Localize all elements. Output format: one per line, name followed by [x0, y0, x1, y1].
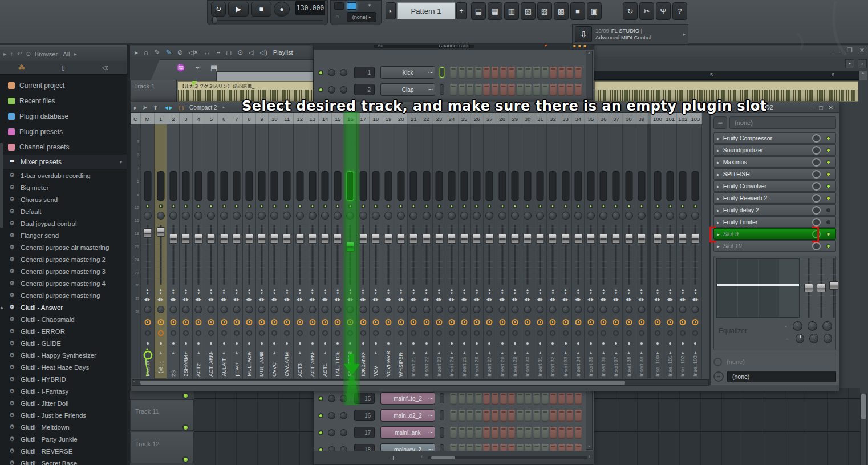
mixer-track-number[interactable]: 2 [167, 113, 180, 124]
phase-invert-icon[interactable]: ◀▶ [370, 297, 382, 302]
stereo-knob[interactable] [194, 212, 202, 220]
stereo-knob[interactable] [157, 212, 165, 220]
record-arm-dot[interactable] [412, 342, 415, 345]
pan-knob[interactable] [448, 306, 455, 313]
record-arm-dot[interactable] [172, 342, 175, 345]
swap-channels-icon[interactable]: ▲ ▼ [294, 288, 306, 295]
volume-fader[interactable] [384, 225, 392, 285]
add-channel-button[interactable]: + [391, 454, 396, 462]
mixer-strip-21[interactable]: Insert 21▲ ▼◀▶▲ [408, 124, 420, 378]
mixer-hscrollbar[interactable]: ‹ [132, 379, 709, 386]
step-cell[interactable] [459, 427, 465, 439]
plugin-slot-6[interactable]: ▶Fruity Reeverb 2 [713, 192, 836, 204]
pan-knob[interactable] [372, 306, 379, 313]
channel-mute-indicator[interactable] [440, 393, 444, 403]
mixer-detach-icon[interactable]: ➤ [142, 104, 148, 111]
route-arrow-icon[interactable]: ▲ [269, 350, 281, 355]
phase-invert-icon[interactable]: ◀▶ [534, 297, 546, 302]
route-arrow-icon[interactable]: ▲ [256, 350, 268, 355]
pan-knob[interactable] [638, 306, 645, 313]
mixer-track-number[interactable]: 5 [205, 113, 218, 124]
slice-tool-icon[interactable]: ⌁ [216, 48, 220, 56]
browser-scrollbar[interactable] [0, 143, 3, 228]
fader-cap[interactable] [308, 234, 317, 244]
step-cell[interactable] [517, 84, 524, 96]
send-knob-icon[interactable] [182, 319, 189, 325]
sidebar-item-channel-presets[interactable]: Channel presets [0, 139, 127, 155]
zoom-tool-icon[interactable]: ⊙ [237, 48, 243, 56]
mixer-track-number[interactable]: 14 [319, 113, 331, 124]
step-cell[interactable] [558, 67, 565, 79]
swap-channels-icon[interactable]: ▲ ▼ [344, 288, 356, 295]
fader-cap[interactable] [232, 234, 241, 244]
phase-invert-icon[interactable]: ◀▶ [471, 297, 483, 302]
channel-volume-knob[interactable] [340, 69, 347, 76]
strip-led[interactable] [145, 204, 149, 208]
volume-fader[interactable] [270, 225, 278, 285]
eq-knob-3[interactable] [822, 321, 832, 331]
strip-led[interactable] [374, 204, 378, 208]
eq-knob-1[interactable] [793, 321, 802, 331]
phase-invert-icon[interactable]: ◀▶ [294, 297, 306, 302]
step-cell[interactable] [467, 410, 473, 422]
route-arrow-icon[interactable]: ▲ [585, 350, 597, 355]
mixer-strip-27[interactable]: Insert 27▲ ▼◀▶▲ [484, 124, 496, 378]
channel-pan-knob[interactable] [328, 412, 335, 419]
phase-invert-icon[interactable]: ◀▶ [408, 297, 420, 302]
fader-cap[interactable] [384, 234, 392, 244]
step-cell[interactable] [525, 67, 532, 79]
send-knob-icon[interactable] [626, 319, 632, 325]
step-cell[interactable] [517, 67, 524, 79]
send-knob-icon[interactable] [360, 319, 366, 325]
mixer-track-number[interactable]: 31 [534, 113, 547, 124]
event-editor-window-button[interactable]: ▧ [521, 2, 536, 20]
menu-arrow-icon[interactable]: ▸ [135, 48, 138, 56]
stereo-knob[interactable] [460, 212, 468, 220]
phase-invert-icon[interactable]: ◀▶ [635, 297, 647, 302]
rack-hscroll-handle[interactable] [431, 456, 455, 459]
pan-knob[interactable] [334, 306, 342, 313]
mixer-color-icon[interactable]: ▢ [179, 104, 184, 111]
mixer-track-number[interactable]: 16 [344, 113, 357, 124]
volume-fader[interactable] [423, 225, 431, 285]
stereo-knob[interactable] [638, 212, 646, 220]
volume-fader[interactable] [625, 225, 633, 285]
record-arm-dot[interactable] [669, 342, 671, 345]
phase-invert-icon[interactable]: ◀▶ [547, 297, 559, 302]
swap-channels-icon[interactable]: ▲ ▼ [677, 288, 689, 295]
phase-invert-icon[interactable]: ◀▶ [382, 297, 394, 302]
swap-channels-icon[interactable]: ▲ ▼ [471, 288, 483, 295]
swap-channels-icon[interactable]: ▲ ▼ [635, 288, 647, 295]
strip-led[interactable] [639, 204, 643, 208]
fader-cap[interactable] [510, 234, 519, 244]
strip-led[interactable] [463, 204, 467, 208]
record-arm-dot[interactable] [628, 342, 630, 345]
volume-fader[interactable] [691, 225, 699, 285]
fader-cap[interactable] [586, 234, 595, 244]
mixer-track-number[interactable]: 103 [689, 113, 702, 124]
send-knob-icon[interactable] [474, 319, 480, 325]
volume-fader[interactable] [144, 225, 152, 285]
mute-tool-icon[interactable]: ◁× [189, 48, 198, 56]
mixer-strip-5[interactable]: ACT..ARM▲ ▼◀▶▲ [205, 124, 218, 378]
mixer-track-number[interactable]: 18 [370, 113, 382, 124]
shuffle-slider-knob[interactable] [212, 17, 217, 24]
send-knob-icon[interactable] [246, 319, 252, 325]
swap-channels-icon[interactable]: ▲ ▼ [664, 288, 676, 295]
pan-knob[interactable] [511, 306, 518, 313]
pan-knob[interactable] [537, 306, 544, 313]
plugin-slot-2[interactable]: ▶Soundgoodizer [713, 144, 836, 156]
eq-band-2-slider[interactable] [818, 258, 825, 318]
route-arrow-icon[interactable]: ▲ [332, 350, 344, 355]
preset-item[interactable]: ⚙Giutli - Heat Haze Days [0, 361, 127, 373]
route-arrow-icon[interactable]: ▲ [193, 350, 205, 355]
browser-up-icon[interactable]: ↑ [10, 51, 13, 57]
mixer-track-number[interactable]: 15 [332, 113, 344, 124]
channel-volume-knob[interactable] [340, 429, 347, 436]
browser-search-icon[interactable]: ⊙ [26, 51, 30, 57]
step-cell[interactable] [475, 410, 482, 422]
mixer-strip-6[interactable]: AULAIT▲ ▼◀▶▲ [218, 124, 230, 378]
step-cell[interactable] [550, 393, 557, 405]
phase-invert-icon[interactable]: ◀▶ [230, 297, 242, 302]
route-arrow-icon[interactable]: ▲ [559, 350, 571, 355]
